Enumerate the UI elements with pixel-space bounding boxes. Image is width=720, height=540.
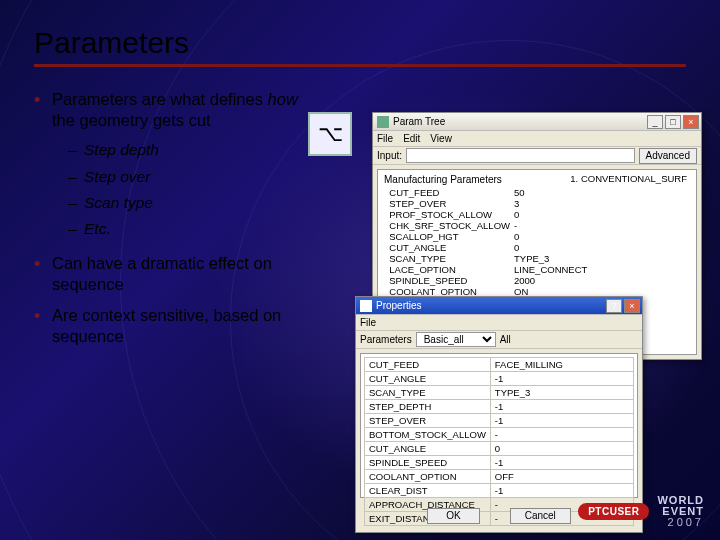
menu-file[interactable]: File [360, 317, 376, 328]
param-row[interactable]: SCALLOP_HGT0 [384, 231, 690, 242]
advanced-button[interactable]: Advanced [639, 148, 697, 164]
param-row[interactable]: CUT_ANGLE0 [384, 242, 690, 253]
title-rule [34, 64, 686, 67]
close-button[interactable]: × [683, 115, 699, 129]
menubar[interactable]: File [356, 315, 642, 331]
window-title: Param Tree [389, 116, 645, 127]
table-row[interactable]: SPINDLE_SPEED-1 [365, 456, 634, 470]
properties-grid[interactable]: CUT_FEEDFACE_MILLINGCUT_ANGLE-1SCAN_TYPE… [360, 353, 638, 498]
param-row[interactable]: PROF_STOCK_ALLOW0 [384, 209, 690, 220]
slide-title: Parameters [34, 26, 686, 60]
param-row[interactable]: CHK_SRF_STOCK_ALLOW- [384, 220, 690, 231]
table-row[interactable]: CUT_ANGLE0 [365, 442, 634, 456]
table-row[interactable]: STEP_DEPTH-1 [365, 400, 634, 414]
table-row[interactable]: CUT_FEEDFACE_MILLING [365, 358, 634, 372]
bullet-2: Can have a dramatic effect on sequence [34, 253, 318, 295]
minimize-button[interactable]: _ [647, 115, 663, 129]
brand-footer: PTCUSER WORLD EVENT 2007 [578, 495, 704, 528]
maximize-button[interactable]: □ [665, 115, 681, 129]
help-button[interactable]: ? [606, 299, 622, 313]
table-row[interactable]: COOLANT_OPTIONOFF [365, 470, 634, 484]
titlebar[interactable]: Param Tree _ □ × [373, 113, 701, 131]
table-row[interactable]: STEP_OVER-1 [365, 414, 634, 428]
param-row[interactable]: LACE_OPTIONLINE_CONNECT [384, 264, 690, 275]
sub-bullet: Scan type [52, 190, 318, 216]
ok-button[interactable]: OK [427, 508, 479, 524]
input-field[interactable] [406, 148, 634, 163]
sub-bullet: Step depth [52, 137, 318, 163]
menu-item[interactable]: File [377, 133, 393, 144]
param-row[interactable]: STEP_OVER3 [384, 198, 690, 209]
parameter-icon: ⌥ [308, 112, 352, 156]
ptc-badge: PTCUSER [578, 503, 649, 520]
table-row[interactable]: SCAN_TYPETYPE_3 [365, 386, 634, 400]
bullet-1: Parameters are what defines how the geom… [34, 89, 318, 243]
titlebar[interactable]: Properties ? × [356, 297, 642, 315]
input-toolbar: Input: Advanced [373, 147, 701, 165]
filter-toolbar: Parameters Basic_all All [356, 331, 642, 349]
cancel-button[interactable]: Cancel [510, 508, 571, 524]
text-column: Parameters are what defines how the geom… [34, 89, 326, 357]
param-row[interactable]: CUT_FEED50 [384, 187, 690, 198]
app-icon [360, 300, 372, 312]
param-row[interactable]: SPINDLE_SPEED2000 [384, 275, 690, 286]
menu-item[interactable]: Edit [403, 133, 420, 144]
group-label: All [500, 334, 511, 345]
menubar[interactable]: FileEditView [373, 131, 701, 147]
sub-bullet: Etc. [52, 216, 318, 242]
table-row[interactable]: BOTTOM_STOCK_ALLOW- [365, 428, 634, 442]
menu-item[interactable]: View [430, 133, 452, 144]
parameters-label: Parameters [360, 334, 412, 345]
close-button[interactable]: × [624, 299, 640, 313]
sub-bullet: Step over [52, 164, 318, 190]
filter-dropdown[interactable]: Basic_all [416, 332, 496, 347]
window-title: Properties [372, 300, 604, 311]
table-row[interactable]: CUT_ANGLE-1 [365, 372, 634, 386]
context-label: 1. CONVENTIONAL_SURF [570, 173, 687, 184]
app-icon [377, 116, 389, 128]
param-row[interactable]: SCAN_TYPETYPE_3 [384, 253, 690, 264]
input-label: Input: [377, 150, 402, 161]
bullet-3: Are context sensitive, based on sequence [34, 305, 318, 347]
